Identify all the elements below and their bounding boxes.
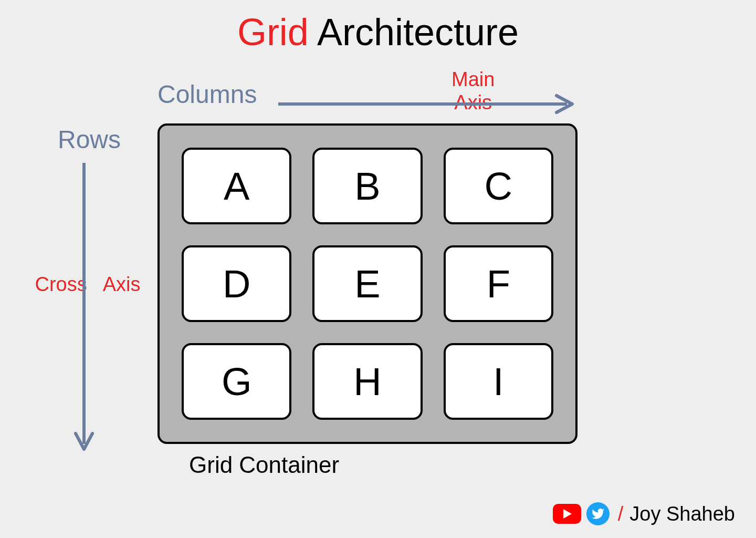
title-highlight: Grid — [237, 11, 309, 53]
rows-label: Rows — [58, 125, 121, 154]
grid-cell-h: H — [312, 343, 422, 420]
grid-cell-e: E — [312, 245, 422, 322]
page-title: Grid Architecture — [0, 11, 756, 54]
grid-cell-g: G — [182, 343, 291, 420]
grid-container-label: Grid Container — [189, 452, 339, 478]
cross-axis-arrow — [74, 163, 94, 454]
main-axis-arrow — [278, 94, 578, 115]
title-rest: Architecture — [309, 11, 519, 53]
main-axis-line1: Main — [452, 68, 495, 91]
grid-cell-i: I — [444, 343, 553, 420]
youtube-icon — [553, 504, 581, 524]
credits-name: Joy Shaheb — [629, 503, 735, 525]
columns-label: Columns — [158, 80, 257, 109]
grid-cell-f: F — [444, 245, 553, 322]
grid-container: A B C D E F G H I — [158, 123, 578, 444]
credits-slash: / — [618, 503, 624, 525]
grid-cell-a: A — [182, 148, 291, 224]
grid-cell-c: C — [444, 148, 553, 224]
credits: / Joy Shaheb — [553, 502, 735, 525]
grid-cell-b: B — [312, 148, 422, 224]
twitter-icon — [586, 502, 610, 525]
grid-cell-d: D — [182, 245, 291, 322]
axis-word: Axis — [103, 273, 141, 296]
